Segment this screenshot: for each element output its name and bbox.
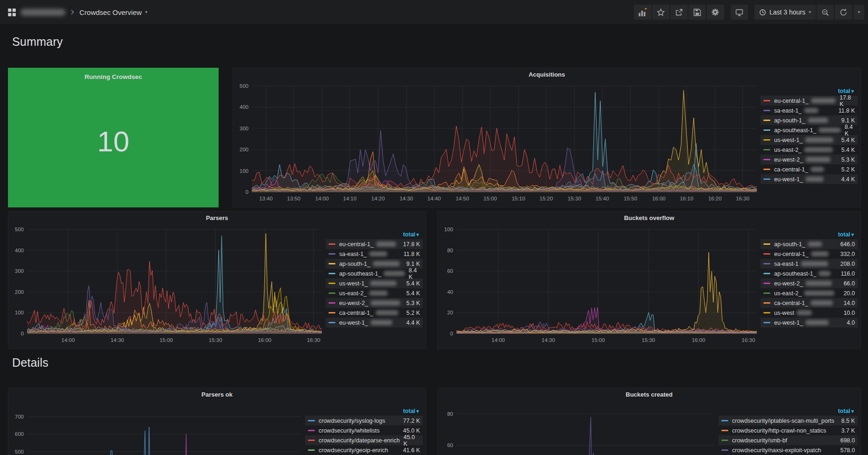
legend-series-label[interactable]: eu-west-2_ [774, 280, 803, 287]
legend-series-label[interactable]: ap-south-1_ [774, 117, 805, 124]
legend-color-dash[interactable] [328, 243, 335, 245]
legend-color-dash[interactable] [763, 253, 770, 255]
legend-series-label[interactable]: crowdsecurity/smb-bf [732, 437, 787, 444]
legend-series-label[interactable]: eu-west-1_ [774, 176, 803, 183]
panel-title[interactable]: Parsers ok [8, 391, 426, 398]
legend-color-dash[interactable] [763, 100, 770, 101]
legend-color-dash[interactable] [328, 302, 335, 304]
legend-series-label[interactable]: ca-central-1_ [774, 166, 808, 173]
legend-color-dash[interactable] [721, 430, 728, 431]
apps-grid-icon[interactable] [7, 8, 16, 17]
stat-panel-running-crowdsec[interactable]: Running Crowdsec 10 [8, 68, 219, 207]
legend-color-dash[interactable] [763, 312, 770, 313]
legend-series-label[interactable]: sa-east-1_ [339, 251, 367, 257]
legend-color-dash[interactable] [763, 110, 770, 111]
time-series-chart[interactable]: 010020030040050014:0014:3015:0015:3016:0… [8, 225, 326, 348]
legend-series-label[interactable]: crowdsecurity/naxsi-exploit-vpatch [732, 447, 821, 454]
legend-color-dash[interactable] [308, 420, 315, 421]
legend-sort-total[interactable]: total▼ [305, 408, 423, 414]
legend-series-label[interactable]: ap-southeast-1_ [774, 127, 816, 134]
legend-color-dash[interactable] [763, 178, 770, 180]
panel-title[interactable]: Buckets overflow [438, 214, 861, 221]
legend-sort-total[interactable]: total▼ [719, 408, 858, 414]
legend-color-dash[interactable] [328, 283, 335, 284]
legend-color-dash[interactable] [308, 449, 315, 451]
legend-series-label[interactable]: us-east-2_ [774, 290, 802, 297]
legend-color-dash[interactable] [763, 120, 770, 121]
add-panel-button[interactable] [634, 5, 651, 20]
panel-title[interactable]: Acquisitions [233, 71, 861, 78]
legend-series-label[interactable]: crowdsecurity/whitelists [319, 427, 380, 434]
legend-color-dash[interactable] [763, 129, 770, 131]
legend-series-label[interactable]: sa-east-1 [774, 261, 798, 267]
legend-color-dash[interactable] [308, 440, 315, 441]
legend-color-dash[interactable] [763, 149, 770, 150]
legend-color-dash[interactable] [763, 302, 770, 304]
legend-series-label[interactable]: ap-southeast-1_ [339, 270, 381, 277]
legend-series-label[interactable]: ap-southeast-1_ [774, 270, 816, 277]
legend-color-dash[interactable] [763, 322, 770, 323]
time-series-chart[interactable]: 010020030040050013:4013:5014:0014:1014:2… [233, 81, 761, 207]
section-title-details[interactable]: Details [12, 356, 49, 370]
legend-series-label[interactable]: crowdsecurity/geoip-enrich [319, 447, 388, 454]
share-button[interactable] [670, 5, 688, 20]
legend-color-dash[interactable] [763, 292, 770, 294]
legend-series-label[interactable]: eu-west-1_ [774, 320, 803, 326]
legend-color-dash[interactable] [763, 273, 770, 274]
legend-color-dash[interactable] [328, 253, 335, 255]
legend-series-label[interactable]: crowdsecurity/iptables-scan-multi_ports [732, 418, 834, 424]
legend-series-label[interactable]: ca-central-1_ [339, 310, 373, 316]
legend-color-dash[interactable] [328, 322, 335, 323]
legend-series-label[interactable]: eu-central-1_ [339, 241, 374, 248]
legend-series-label[interactable]: sa-east-1_ [774, 107, 802, 114]
legend-color-dash[interactable] [328, 312, 335, 313]
legend-series-label[interactable]: us-east-2_ [774, 147, 802, 153]
legend-color-dash[interactable] [328, 292, 335, 294]
time-series-chart[interactable]: 20406080 [438, 401, 719, 455]
legend-sort-total[interactable]: total▼ [326, 231, 423, 238]
legend-series-label[interactable]: eu-central-1_ [774, 98, 809, 104]
legend-series-label[interactable]: ap-south-1_ [774, 241, 805, 248]
time-range-picker[interactable]: Last 3 hours ▾ [754, 5, 816, 20]
section-title-summary[interactable]: Summary [12, 35, 63, 49]
legend-series-label[interactable]: ap-south-1_ [339, 261, 370, 267]
legend-color-dash[interactable] [763, 139, 770, 141]
panel-title[interactable]: Buckets created [438, 391, 861, 398]
legend-color-dash[interactable] [328, 263, 335, 264]
legend-series-label[interactable]: eu-west-2_ [774, 156, 803, 163]
legend-series-label[interactable]: eu-central-1_ [774, 251, 809, 257]
legend-sort-total[interactable]: total▼ [761, 88, 858, 94]
legend-color-dash[interactable] [763, 169, 770, 170]
legend-series-label[interactable]: crowdsecurity/dateparse-enrich [319, 437, 400, 444]
legend-color-dash[interactable] [308, 430, 315, 431]
legend-color-dash[interactable] [328, 273, 335, 274]
zoom-out-button[interactable] [817, 5, 834, 20]
dashboard-title-dropdown[interactable]: Crowdsec Overview ▾ [79, 8, 147, 16]
legend-color-dash[interactable] [763, 243, 770, 245]
legend-series-label[interactable]: us-west-1_ [774, 137, 803, 143]
legend-series-label[interactable]: eu-west-2_ [339, 300, 368, 306]
settings-button[interactable] [707, 5, 724, 20]
legend-color-dash[interactable] [721, 420, 728, 421]
tv-mode-button[interactable] [731, 5, 748, 20]
legend-series-label[interactable]: us-west [774, 310, 794, 316]
legend-series-label[interactable]: eu-west-1_ [339, 320, 368, 326]
org-name-redacted[interactable] [21, 9, 65, 16]
legend-series-label[interactable]: us-east-2_ [339, 290, 367, 297]
save-button[interactable] [689, 5, 706, 20]
refresh-button[interactable] [835, 5, 852, 20]
panel-title[interactable]: Parsers [8, 214, 426, 221]
refresh-interval-dropdown[interactable]: ▾ [853, 5, 864, 20]
legend-color-dash[interactable] [763, 283, 770, 284]
legend-series-label[interactable]: crowdsecurity/syslog-logs [319, 418, 385, 424]
legend-color-dash[interactable] [721, 449, 728, 451]
legend-color-dash[interactable] [763, 263, 770, 264]
legend-color-dash[interactable] [763, 159, 770, 160]
legend-series-label[interactable]: us-west-1_ [339, 280, 368, 287]
time-series-chart[interactable]: 02040608010014:0014:3015:0015:3016:0016:… [438, 225, 761, 348]
legend-series-label[interactable]: ca-central-1_ [774, 300, 808, 306]
favorite-button[interactable] [652, 5, 669, 20]
legend-sort-total[interactable]: total▼ [761, 231, 858, 238]
legend-series-label[interactable]: crowdsecurity/http-crawl-non_statics [732, 427, 826, 434]
time-series-chart[interactable]: 100200300400500600700 [8, 401, 305, 455]
